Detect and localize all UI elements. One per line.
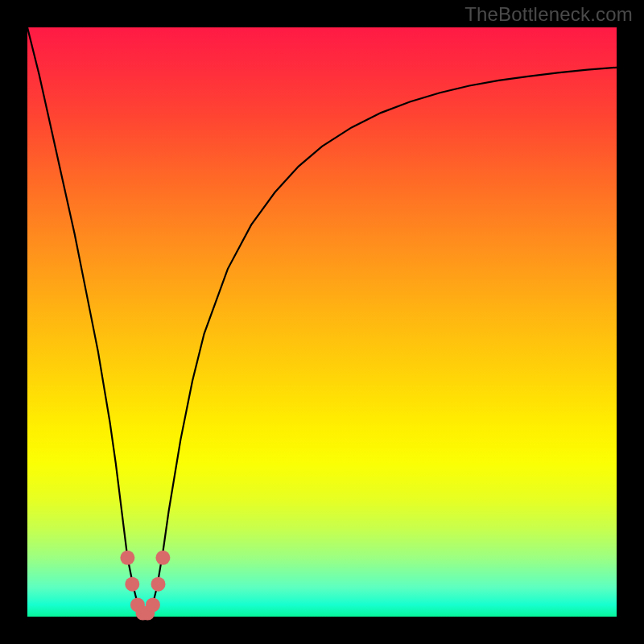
chart-svg — [0, 0, 644, 644]
chart-frame: TheBottleneck.com — [0, 0, 644, 644]
watermark-text: TheBottleneck.com — [464, 3, 633, 26]
marker-dots-group — [120, 551, 170, 621]
bottleneck-curve — [27, 27, 617, 617]
marker-dot — [155, 551, 170, 565]
marker-dot — [151, 577, 166, 592]
marker-dot — [120, 551, 134, 565]
marker-dot — [146, 597, 160, 612]
marker-dot — [125, 577, 139, 592]
